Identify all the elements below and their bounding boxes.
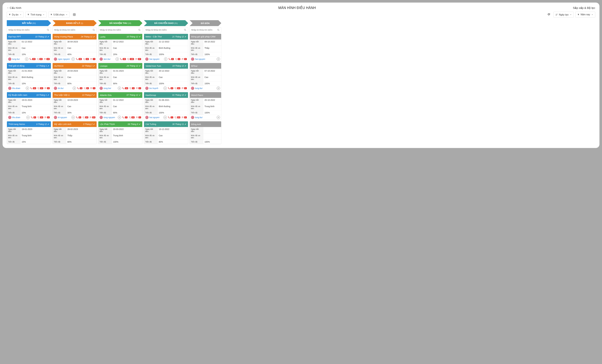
- project-card[interactable]: Đóng gói giải pháp CRM Ngày bắt đầu09-10…: [190, 34, 221, 62]
- refresh-button[interactable]: [546, 12, 552, 18]
- assignee-name[interactable]: tin.bui: [58, 87, 72, 89]
- stat-people[interactable]: 3: [44, 87, 50, 90]
- stat-calls[interactable]: 29: [29, 58, 35, 60]
- project-card[interactable]: Atlantic Edu07 Tháng 12 Ngày bắt đầu01-1…: [98, 92, 142, 120]
- stat-people[interactable]: 5: [90, 87, 95, 90]
- search-input[interactable]: [146, 29, 184, 31]
- stat-tasks[interactable]: 8: [83, 87, 89, 90]
- status-filter[interactable]: Tình trạng: [25, 12, 47, 18]
- stat-people[interactable]: 27: [135, 58, 141, 60]
- project-card[interactable]: Larita10 Tháng 12 Ngày bắt đầu09-12-2022…: [98, 34, 142, 62]
- search-input[interactable]: [54, 29, 92, 31]
- stat-tasks[interactable]: 3: [129, 87, 135, 90]
- stat-calls[interactable]: 20: [120, 58, 126, 60]
- add-button[interactable]: +: [116, 57, 119, 61]
- stat-calls[interactable]: 28: [76, 58, 82, 60]
- assignee-name[interactable]: tho.doan: [12, 87, 25, 89]
- stat-tasks[interactable]: 1: [175, 58, 180, 60]
- stat-tasks[interactable]: 18: [82, 116, 88, 119]
- stage-header[interactable]: ĐÃ CHUYỂN GIAO (51): [144, 20, 188, 26]
- project-card[interactable]: Thế giới di động17 Tháng 1 Ngày bắt đầu2…: [7, 63, 51, 91]
- stat-calls[interactable]: 9: [77, 87, 82, 90]
- add-button[interactable]: +: [73, 87, 76, 90]
- stat-people[interactable]: 1: [181, 87, 187, 90]
- add-button[interactable]: +: [118, 87, 121, 90]
- add-button[interactable]: +: [26, 87, 29, 90]
- assignee-name[interactable]: ngoc.nguyen: [58, 58, 71, 60]
- project-card[interactable]: Livespo29 Tháng 12 Ngày bắt đầu01-01-202…: [98, 63, 142, 91]
- assignee-name[interactable]: tung.bui: [12, 58, 24, 60]
- add-button[interactable]: +: [217, 116, 220, 119]
- search-input[interactable]: [8, 29, 47, 31]
- add-button[interactable]: +: [217, 57, 220, 61]
- stat-tasks[interactable]: 20: [36, 58, 43, 60]
- add-button[interactable]: +: [118, 116, 121, 119]
- add-button[interactable]: +: [25, 57, 28, 61]
- stat-people[interactable]: 2: [181, 58, 187, 60]
- project-card[interactable]: Hùng Vương Plaza24 Tháng 11 Ngày bắt đầu…: [53, 34, 97, 62]
- add-button[interactable]: +: [217, 87, 220, 90]
- stat-people[interactable]: 2: [136, 87, 141, 90]
- stage-header[interactable]: ĐÃ ĐÓN: [190, 20, 221, 26]
- stat-calls[interactable]: 8: [76, 116, 81, 119]
- project-card[interactable]: Kỹ thuật miền nam19 Tháng 1 Ngày bắt đầu…: [7, 92, 51, 120]
- sort-by-select[interactable]: Ngày tạo: [553, 12, 574, 18]
- assignee-name[interactable]: tung.bui: [104, 87, 117, 89]
- stat-calls[interactable]: 19: [122, 87, 128, 90]
- add-button[interactable]: +: [26, 116, 30, 119]
- stat-tasks[interactable]: 10: [83, 58, 89, 60]
- project-card[interactable]: Thư viện Việt Li13 Tháng 2 Ngày bắt đầu1…: [53, 92, 97, 120]
- assignee-name[interactable]: hai.nguyen: [149, 116, 163, 119]
- project-card[interactable]: BiTour Ngày bắt đầu07-10-2022 Mức độ ưu …: [190, 63, 221, 91]
- assignee-name[interactable]: loc.huynh: [149, 87, 163, 89]
- selected-filter[interactable]: 5 Đã chọn: [48, 12, 70, 18]
- project-card[interactable]: Lộc Phát Thịnh06 Tháng 9 Ngày bắt đầu20-…: [98, 121, 142, 144]
- add-button[interactable]: +: [163, 116, 167, 119]
- assignee-name[interactable]: lam.bui: [104, 58, 115, 60]
- assignee-name[interactable]: hai.nguyen: [149, 58, 163, 60]
- assignee-name[interactable]: tung.bui: [195, 116, 216, 119]
- stat-people[interactable]: 1: [136, 116, 141, 119]
- project-filter[interactable]: Dự án: [7, 12, 24, 18]
- project-card[interactable]: KaviGroup01 Tháng 12 Ngày bắt đầu01-06-2…: [144, 92, 188, 120]
- stat-tasks[interactable]: 10: [37, 116, 43, 119]
- stat-calls[interactable]: 0: [31, 116, 36, 119]
- config-toggle[interactable]: Cấu hình: [7, 6, 22, 10]
- stat-people[interactable]: 1: [90, 58, 95, 60]
- assignee-name[interactable]: tho.doan: [12, 116, 25, 119]
- stat-tasks[interactable]: 10: [129, 116, 135, 119]
- stat-calls[interactable]: 7: [122, 116, 128, 119]
- stat-calls[interactable]: 0: [168, 58, 174, 60]
- project-card[interactable]: Đại học FPT10 Tháng 12 Ngày bắt đầu01-12…: [7, 34, 51, 62]
- stat-calls[interactable]: 10: [30, 87, 36, 90]
- stat-people[interactable]: 10: [43, 58, 50, 60]
- stat-tasks[interactable]: 22: [37, 87, 43, 90]
- stat-tasks[interactable]: 10: [174, 87, 180, 90]
- search-input[interactable]: [100, 29, 138, 31]
- stage-header[interactable]: ĐÃ NGHIỆM THU (10): [98, 20, 142, 26]
- add-button[interactable]: +: [72, 116, 75, 119]
- stat-tasks[interactable]: 23: [174, 116, 180, 119]
- add-button[interactable]: +: [163, 87, 167, 90]
- assignee-name[interactable]: tri.nguyen: [58, 116, 71, 119]
- stat-people[interactable]: 2: [181, 116, 187, 119]
- assignee-name[interactable]: hai.nguyen: [195, 58, 216, 60]
- stage-header[interactable]: ĐANG XỬ LÝ (1): [53, 20, 97, 26]
- project-card[interactable]: Cát Tường30 Tháng 11 Ngày bắt đầu13-12-2…: [144, 121, 188, 144]
- stat-calls[interactable]: 0: [168, 87, 173, 90]
- year-filter[interactable]: Năm nay: [575, 12, 595, 18]
- sort-filter-button[interactable]: Sắp xếp & Bộ lọc: [573, 6, 595, 10]
- stat-people[interactable]: 23: [89, 116, 95, 119]
- project-card[interactable]: Đông Anh Ngày bắt đầu Mức độ ưu tiên Tiế…: [190, 121, 221, 144]
- project-card[interactable]: Mond Piano Ngày bắt đầu20-10-2022 Mức độ…: [190, 92, 221, 120]
- project-card[interactable]: Mỹ viện Linh Anh3 Tháng 2 Ngày bắt đầu28…: [53, 121, 97, 144]
- stat-people[interactable]: 2: [44, 116, 50, 119]
- add-button[interactable]: +: [164, 57, 167, 61]
- search-input[interactable]: [191, 29, 217, 31]
- stage-header[interactable]: BẮT ĐẦU (52): [7, 20, 51, 26]
- stat-tasks[interactable]: 100: [127, 58, 134, 60]
- project-card[interactable]: Viettel Kon Tum19 Tháng 12 Ngày bắt đầu2…: [144, 63, 188, 91]
- project-card[interactable]: Meko - Cần Thơ21 Tháng 12 Ngày bắt đầu21…: [144, 34, 188, 62]
- grid-view-button[interactable]: [71, 12, 77, 18]
- assignee-name[interactable]: tung.nguyen: [104, 116, 117, 119]
